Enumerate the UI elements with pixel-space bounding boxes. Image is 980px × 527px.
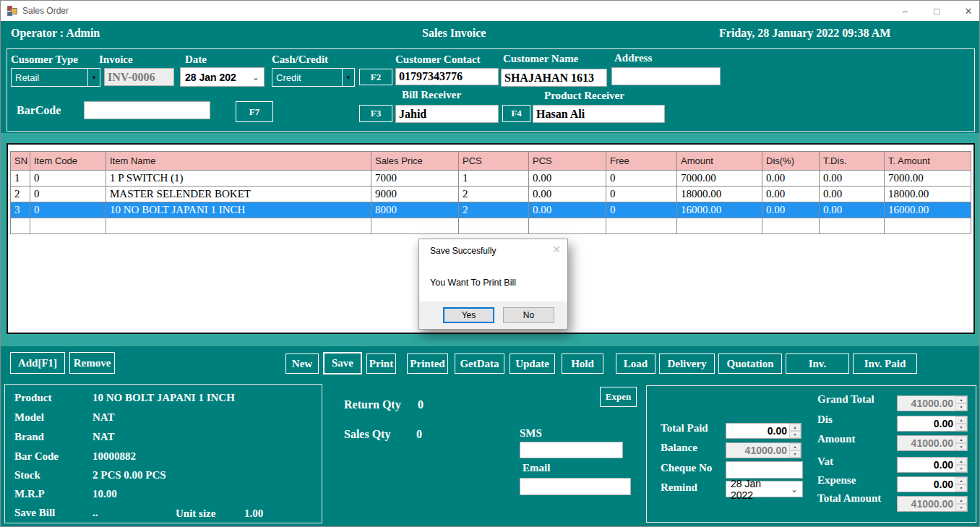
customer-contact-field[interactable] bbox=[395, 68, 499, 85]
grid-cell[interactable]: 0.00 bbox=[762, 171, 820, 187]
date-picker[interactable]: 28 Jan 202 ⌄ bbox=[180, 67, 265, 87]
customer-type-combo[interactable]: Retail ▼ bbox=[11, 68, 100, 87]
spin-up-icon[interactable]: ▲ bbox=[955, 458, 967, 465]
grid-cell[interactable] bbox=[606, 218, 677, 234]
close-icon[interactable]: ✕ bbox=[954, 1, 980, 21]
close-icon[interactable]: ✕ bbox=[552, 244, 561, 255]
grid-cell[interactable]: 7000.00 bbox=[677, 171, 762, 187]
grid-cell[interactable] bbox=[820, 218, 885, 234]
chevron-down-icon[interactable]: ▼ bbox=[342, 69, 354, 86]
toolbar-button-hold[interactable]: Hold bbox=[562, 354, 603, 374]
grid-cell[interactable]: 0 bbox=[606, 171, 677, 187]
toolbar-button-inv[interactable]: Inv. bbox=[786, 354, 849, 374]
grid-column-header[interactable]: Item Name bbox=[106, 152, 371, 171]
chevron-down-icon[interactable]: ⌄ bbox=[786, 481, 802, 497]
barcode-field[interactable] bbox=[84, 101, 210, 119]
grid-cell[interactable]: 0.00 bbox=[762, 202, 820, 218]
toolbar-button-print[interactable]: Print bbox=[366, 354, 396, 374]
toolbar-button-new[interactable]: New bbox=[285, 354, 319, 374]
spin-up-icon[interactable]: ▲ bbox=[955, 477, 967, 484]
toolbar-button-quotation[interactable]: Quotation bbox=[718, 354, 782, 374]
grid-row[interactable]: 3010 NO BOLT JAPANI 1 INCH800020.0001600… bbox=[11, 202, 971, 218]
sms-field[interactable] bbox=[520, 442, 623, 458]
grid-cell[interactable]: 9000 bbox=[371, 187, 459, 202]
f4-button[interactable]: F4 bbox=[502, 105, 530, 122]
grid-cell[interactable]: 0.00 bbox=[529, 187, 606, 202]
customer-name-field[interactable] bbox=[501, 69, 607, 87]
grid-cell[interactable]: 1 P SWITCH (1) bbox=[106, 171, 371, 187]
no-button[interactable]: No bbox=[503, 307, 554, 323]
toolbar-button-load[interactable]: Load bbox=[616, 354, 656, 374]
toolbar-button-inv-paid[interactable]: Inv. Paid bbox=[853, 354, 917, 374]
grid-column-header[interactable]: T.Dis. bbox=[820, 152, 885, 171]
grid-cell[interactable] bbox=[30, 218, 106, 234]
grid-cell[interactable]: 3 bbox=[11, 202, 30, 218]
grid-cell[interactable]: 0.00 bbox=[820, 202, 885, 218]
grid-column-header[interactable]: SN bbox=[11, 152, 30, 171]
grid-cell[interactable]: 0.00 bbox=[529, 202, 606, 218]
grid-cell[interactable] bbox=[677, 218, 762, 234]
grid-cell[interactable]: 0 bbox=[30, 187, 106, 202]
add-button[interactable]: Add[F1] bbox=[10, 352, 65, 374]
grid-cell[interactable]: 18000.00 bbox=[885, 187, 971, 202]
grid-column-header[interactable]: Free bbox=[606, 152, 677, 171]
grid-column-header[interactable]: Dis(%) bbox=[762, 152, 820, 171]
grid-cell[interactable]: 16000.00 bbox=[677, 202, 762, 218]
spin-down-icon[interactable]: ▼ bbox=[789, 431, 801, 438]
toolbar-button-update[interactable]: Update bbox=[510, 354, 555, 374]
grid-column-header[interactable]: Item Code bbox=[30, 152, 106, 171]
grid-cell[interactable]: 8000 bbox=[371, 202, 459, 218]
toolbar-button-getdata[interactable]: GetData bbox=[455, 354, 504, 374]
toolbar-button-delivery[interactable]: Delivery bbox=[659, 354, 715, 374]
email-field[interactable] bbox=[520, 478, 631, 495]
grid-cell[interactable]: 2 bbox=[11, 187, 30, 202]
f2-button[interactable]: F2 bbox=[359, 69, 392, 85]
toolbar-button-save[interactable]: Save bbox=[323, 352, 362, 374]
grid-cell[interactable] bbox=[106, 218, 371, 234]
grid-cell[interactable]: 0 bbox=[606, 187, 677, 202]
grid-cell[interactable]: 1 bbox=[11, 171, 30, 187]
grid-row[interactable]: 20MASTER SELENDER BOKET900020.00018000.0… bbox=[11, 187, 971, 202]
remove-button[interactable]: Remove bbox=[69, 352, 115, 374]
grid-cell[interactable]: 2 bbox=[459, 187, 529, 202]
grid-cell[interactable]: 0.00 bbox=[820, 187, 885, 202]
grid-column-header[interactable]: PCS bbox=[459, 152, 529, 171]
spin-up-icon[interactable]: ▲ bbox=[955, 416, 967, 424]
grid-cell[interactable]: 2 bbox=[459, 202, 529, 218]
spin-down-icon[interactable]: ▼ bbox=[955, 424, 967, 431]
grid-column-header[interactable]: Sales Price bbox=[371, 152, 459, 171]
grid-cell[interactable]: 0 bbox=[606, 202, 677, 218]
maximize-icon[interactable]: □ bbox=[922, 1, 951, 21]
grid-cell[interactable]: 7000.00 bbox=[885, 171, 971, 187]
vat-spinner[interactable]: 0.00▲▼ bbox=[897, 457, 968, 473]
cheque-no-field[interactable] bbox=[726, 461, 803, 479]
grid-cell[interactable]: 7000 bbox=[371, 171, 459, 187]
grid-cell[interactable]: MASTER SELENDER BOKET bbox=[106, 187, 371, 202]
cash-credit-combo[interactable]: Credit ▼ bbox=[272, 68, 355, 87]
grid-cell[interactable] bbox=[459, 218, 529, 234]
spin-down-icon[interactable]: ▼ bbox=[955, 465, 967, 472]
bill-receiver-field[interactable] bbox=[395, 105, 499, 123]
total-paid-spinner[interactable]: 0.00▲▼ bbox=[726, 423, 801, 439]
chevron-down-icon[interactable]: ⌄ bbox=[248, 68, 264, 86]
expense-spinner[interactable]: 0.00▲▼ bbox=[897, 476, 968, 492]
grid-cell[interactable]: 10 NO BOLT JAPANI 1 INCH bbox=[106, 202, 371, 218]
grid-cell[interactable] bbox=[371, 218, 459, 234]
yes-button[interactable]: Yes bbox=[443, 307, 494, 323]
grid-cell[interactable]: 0 bbox=[30, 171, 106, 187]
f3-button[interactable]: F3 bbox=[359, 105, 392, 122]
product-receiver-field[interactable] bbox=[533, 105, 665, 123]
address-field[interactable] bbox=[611, 67, 721, 85]
grid-cell[interactable] bbox=[529, 218, 606, 234]
grid-cell[interactable]: 0 bbox=[30, 202, 106, 218]
grid-cell[interactable]: 0.00 bbox=[762, 187, 820, 202]
grid-cell[interactable] bbox=[885, 218, 971, 234]
remind-date-picker[interactable]: 28 Jan 2022⌄ bbox=[726, 481, 803, 497]
grid-cell[interactable] bbox=[11, 218, 30, 234]
grid-column-header[interactable]: Amount bbox=[677, 152, 762, 171]
chevron-down-icon[interactable]: ▼ bbox=[87, 69, 100, 86]
grid-column-header[interactable]: T. Amount bbox=[885, 152, 971, 171]
dis-spinner[interactable]: 0.00▲▼ bbox=[897, 416, 968, 432]
grid-cell[interactable]: 16000.00 bbox=[885, 202, 971, 218]
grid-column-header[interactable]: PCS bbox=[529, 152, 606, 171]
